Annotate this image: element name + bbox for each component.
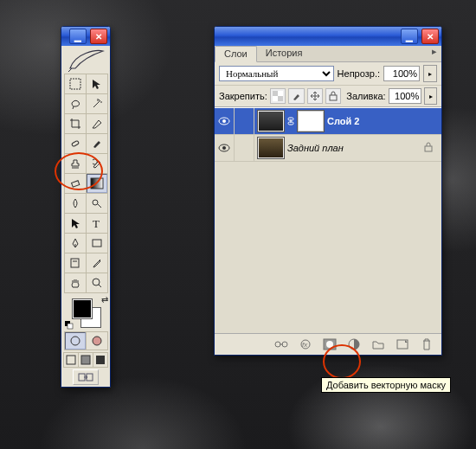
svg-point-5: [93, 200, 98, 205]
svg-rect-8: [93, 240, 101, 247]
new-layer-icon[interactable]: [395, 337, 410, 351]
fill-value[interactable]: 100%: [389, 88, 422, 104]
svg-rect-25: [330, 95, 337, 100]
tool-dodge[interactable]: [87, 194, 107, 213]
tool-healing[interactable]: [65, 134, 86, 153]
lock-transparent-icon[interactable]: [270, 88, 286, 104]
svg-point-11: [93, 279, 100, 285]
layers-footer: fx: [215, 333, 441, 355]
layer-row[interactable]: Слой 2: [215, 108, 441, 135]
mask-link-icon[interactable]: [287, 111, 294, 131]
standard-mode[interactable]: [65, 332, 86, 350]
layer-name[interactable]: Слой 2: [327, 116, 359, 126]
svg-point-16: [93, 337, 101, 345]
layer-thumbnail[interactable]: [257, 137, 285, 159]
svg-text:fx: fx: [302, 341, 308, 349]
svg-rect-4: [91, 178, 103, 189]
tool-pen[interactable]: [65, 234, 86, 253]
opacity-label: Непрозр.:: [338, 68, 380, 79]
quickmask-mode[interactable]: [87, 332, 107, 350]
tab-history[interactable]: История: [257, 46, 312, 61]
link-cell[interactable]: [235, 135, 254, 161]
lock-label: Закрепить:: [219, 91, 267, 101]
tool-notes[interactable]: [65, 253, 86, 273]
screen-full-menu[interactable]: [79, 353, 93, 367]
screen-standard[interactable]: [64, 353, 78, 367]
opacity-value[interactable]: 100%: [383, 66, 420, 81]
screen-full[interactable]: [93, 353, 107, 367]
new-group-icon[interactable]: [370, 337, 386, 351]
visibility-toggle[interactable]: [215, 135, 235, 161]
panel-menu-icon[interactable]: ▸: [428, 46, 441, 61]
tool-brush[interactable]: [87, 134, 107, 153]
svg-rect-9: [71, 259, 79, 267]
layer-mask-thumbnail[interactable]: [297, 110, 325, 132]
add-mask-icon[interactable]: [322, 337, 338, 351]
tool-crop[interactable]: [65, 114, 86, 133]
link-cell[interactable]: [235, 108, 254, 134]
tab-layers[interactable]: Слои: [215, 46, 257, 62]
color-swatches[interactable]: ⇄: [68, 297, 103, 328]
svg-rect-19: [96, 356, 105, 364]
tool-hand[interactable]: [65, 273, 86, 292]
toolbox-panel: ▁ ✕ T: [61, 26, 111, 388]
fill-label: Заливка:: [346, 91, 385, 101]
tool-shape[interactable]: [87, 234, 107, 253]
tool-wand[interactable]: [87, 94, 107, 113]
tool-blur[interactable]: [65, 194, 86, 213]
svg-text:T: T: [93, 217, 100, 229]
tooltip: Добавить векторную маску: [321, 377, 451, 393]
tool-path-select[interactable]: [65, 214, 86, 233]
layer-thumbnail[interactable]: [257, 110, 285, 132]
svg-point-15: [71, 337, 80, 345]
svg-rect-17: [67, 356, 75, 364]
minimize-button[interactable]: ▁: [401, 29, 418, 44]
opacity-flyout[interactable]: ▸: [423, 65, 437, 82]
svg-rect-14: [68, 324, 73, 329]
delete-layer-icon[interactable]: [419, 337, 434, 351]
lock-all-icon[interactable]: [325, 88, 341, 104]
tool-slice[interactable]: [87, 114, 107, 133]
tool-zoom[interactable]: [87, 273, 107, 292]
default-colors-icon[interactable]: [65, 321, 74, 330]
tool-stamp[interactable]: [65, 154, 86, 173]
layers-panel: ▁ ✕ Слои История ▸ Нормальный Непрозр.: …: [214, 26, 442, 356]
adjustment-layer-icon[interactable]: [346, 337, 362, 351]
close-button[interactable]: ✕: [90, 29, 107, 44]
svg-rect-18: [81, 356, 90, 364]
tool-marquee[interactable]: [65, 74, 86, 93]
layer-style-icon[interactable]: fx: [298, 337, 313, 351]
lock-pixels-icon[interactable]: [288, 88, 304, 104]
svg-rect-33: [425, 146, 432, 151]
layer-name[interactable]: Задний план: [287, 143, 344, 153]
foreground-color[interactable]: [72, 298, 93, 319]
minimize-button[interactable]: ▁: [69, 29, 87, 44]
blend-mode-select[interactable]: Нормальный: [219, 66, 334, 81]
tool-eraser[interactable]: [65, 174, 86, 193]
svg-point-27: [222, 119, 226, 123]
lock-position-icon[interactable]: [307, 88, 323, 104]
link-layers-icon[interactable]: [273, 337, 289, 351]
tool-type[interactable]: T: [87, 214, 107, 233]
svg-line-6: [98, 204, 101, 208]
visibility-toggle[interactable]: [215, 108, 235, 134]
tool-move[interactable]: [87, 74, 107, 93]
svg-rect-2: [71, 140, 79, 146]
tool-lasso[interactable]: [65, 94, 86, 113]
tool-gradient[interactable]: [87, 174, 107, 193]
edit-mode-row: [64, 331, 108, 350]
tool-history-brush[interactable]: [87, 154, 107, 173]
jump-to-imageready[interactable]: [73, 369, 99, 385]
svg-rect-1: [70, 79, 80, 89]
tool-eyedropper[interactable]: [87, 253, 107, 273]
close-button[interactable]: ✕: [421, 29, 439, 44]
svg-rect-20: [79, 374, 85, 381]
layer-row[interactable]: Задний план: [215, 135, 441, 162]
swap-colors-icon[interactable]: ⇄: [101, 295, 108, 305]
toolbox-titlebar[interactable]: ▁ ✕: [61, 27, 110, 46]
screen-mode-row: [63, 352, 108, 368]
lock-icon: [424, 142, 433, 154]
tool-grid: T: [64, 74, 108, 293]
layers-titlebar[interactable]: ▁ ✕: [215, 27, 441, 46]
fill-flyout[interactable]: ▸: [424, 87, 437, 105]
